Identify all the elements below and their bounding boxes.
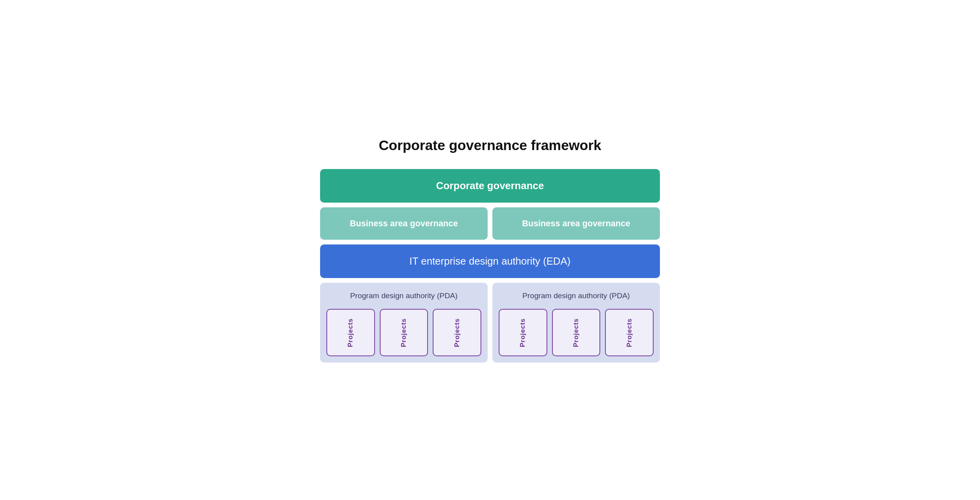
pda-right-project-2-label: Projects bbox=[572, 318, 580, 347]
pda-right-project-3: Projects bbox=[605, 309, 654, 356]
pda-right-project-3-label: Projects bbox=[626, 318, 633, 347]
business-area-right-label: Business area governance bbox=[522, 218, 630, 228]
framework-container: Corporate governance Business area gover… bbox=[320, 169, 660, 363]
corporate-governance-label: Corporate governance bbox=[436, 180, 544, 191]
business-area-left: Business area governance bbox=[320, 207, 488, 240]
pda-left-project-3-label: Projects bbox=[453, 318, 461, 347]
business-area-left-label: Business area governance bbox=[350, 218, 458, 228]
business-area-row: Business area governance Business area g… bbox=[320, 207, 660, 240]
pda-right-projects-row: Projects Projects Projects bbox=[492, 309, 660, 363]
pda-left-project-3: Projects bbox=[433, 309, 481, 356]
pda-left-project-2: Projects bbox=[380, 309, 428, 356]
pda-left-project-1: Projects bbox=[326, 309, 375, 356]
pda-right-header: Program design authority (PDA) bbox=[492, 283, 660, 309]
pda-left-projects-row: Projects Projects Projects bbox=[320, 309, 488, 363]
it-eda-label: IT enterprise design authority (EDA) bbox=[409, 256, 571, 267]
page-title: Corporate governance framework bbox=[379, 137, 601, 153]
pda-right-project-1: Projects bbox=[499, 309, 547, 356]
pda-left-container: Program design authority (PDA) Projects … bbox=[320, 283, 488, 363]
pda-right-project-2: Projects bbox=[552, 309, 601, 356]
pda-projects-row: Program design authority (PDA) Projects … bbox=[320, 283, 660, 363]
pda-right-project-1-label: Projects bbox=[519, 318, 527, 347]
pda-left-header: Program design authority (PDA) bbox=[320, 283, 488, 309]
pda-right-container: Program design authority (PDA) Projects … bbox=[492, 283, 660, 363]
it-eda-box: IT enterprise design authority (EDA) bbox=[320, 244, 660, 278]
page-container: Corporate governance framework Corporate… bbox=[300, 137, 680, 363]
business-area-right: Business area governance bbox=[492, 207, 660, 240]
pda-left-project-2-label: Projects bbox=[400, 318, 408, 347]
pda-left-project-1-label: Projects bbox=[347, 318, 354, 347]
corporate-governance-box: Corporate governance bbox=[320, 169, 660, 203]
